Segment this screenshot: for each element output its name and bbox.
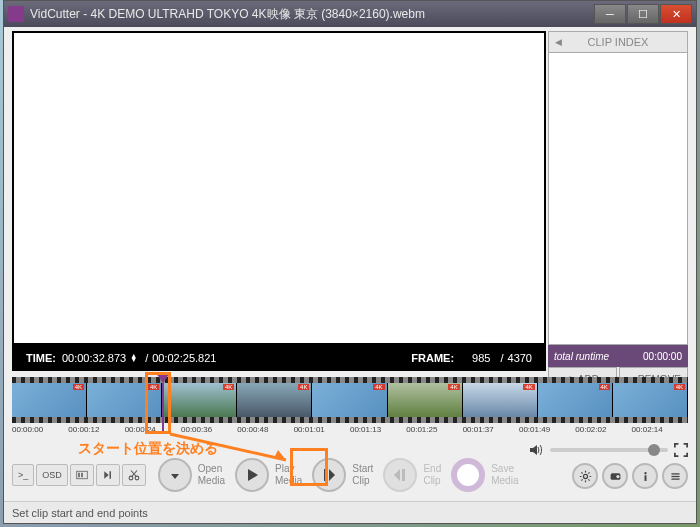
save-media-button[interactable] bbox=[451, 458, 485, 492]
window-title: VidCutter - 4K DEMO ULTRAHD TOKYO 4K映像 東… bbox=[30, 6, 593, 23]
console-button[interactable]: >_ bbox=[12, 464, 34, 486]
svg-point-8 bbox=[583, 474, 587, 478]
osd-button[interactable]: OSD bbox=[36, 464, 68, 486]
tick: 00:00:24 bbox=[125, 425, 181, 434]
cut-button[interactable] bbox=[122, 464, 146, 486]
end-clip-button[interactable] bbox=[383, 458, 417, 492]
save-media-label: Save Media bbox=[491, 463, 518, 487]
tick: 00:01:01 bbox=[294, 425, 350, 434]
keyframes-button[interactable] bbox=[70, 464, 94, 486]
tick: 00:02:02 bbox=[575, 425, 631, 434]
open-media-label: Open Media bbox=[198, 463, 225, 487]
timeline-thumb bbox=[87, 383, 162, 417]
time-ticks: 00:00:00 00:00:12 00:00:24 00:00:36 00:0… bbox=[12, 423, 688, 434]
about-button[interactable] bbox=[632, 463, 658, 489]
frame-label: FRAME: bbox=[411, 352, 454, 364]
svg-rect-6 bbox=[324, 469, 327, 481]
time-label: TIME: bbox=[26, 352, 56, 364]
clip-index-header: ◀ CLIP INDEX bbox=[548, 31, 688, 53]
close-button[interactable]: ✕ bbox=[660, 4, 692, 24]
timeline-thumb bbox=[613, 383, 688, 417]
app-window: VidCutter - 4K DEMO ULTRAHD TOKYO 4K映像 東… bbox=[3, 0, 697, 524]
playhead[interactable] bbox=[156, 373, 170, 383]
skip-button[interactable] bbox=[96, 464, 120, 486]
collapse-icon[interactable]: ◀ bbox=[555, 37, 562, 47]
timeline-thumb bbox=[463, 383, 538, 417]
svg-rect-1 bbox=[78, 473, 80, 478]
time-separator: / bbox=[145, 352, 148, 364]
svg-rect-15 bbox=[671, 478, 679, 479]
svg-rect-13 bbox=[671, 473, 679, 474]
tick: 00:01:13 bbox=[350, 425, 406, 434]
end-clip-label: End Clip bbox=[423, 463, 441, 487]
status-bar: Set clip start and end points bbox=[4, 501, 696, 523]
runtime-value: 00:00:00 bbox=[643, 351, 682, 362]
runtime-bar: total runtime 00:00:00 bbox=[548, 345, 688, 367]
title-bar[interactable]: VidCutter - 4K DEMO ULTRAHD TOKYO 4K映像 東… bbox=[4, 1, 696, 27]
svg-rect-2 bbox=[81, 473, 83, 478]
tick: 00:00:12 bbox=[68, 425, 124, 434]
svg-rect-3 bbox=[109, 471, 111, 479]
media-info-button[interactable] bbox=[602, 463, 628, 489]
playback-info-bar: TIME: 00:00:32.873 ▲▼ / 00:02:25.821 FRA… bbox=[12, 345, 546, 371]
time-stepper[interactable]: ▲▼ bbox=[130, 354, 137, 362]
video-player: TIME: 00:00:32.873 ▲▼ / 00:02:25.821 FRA… bbox=[12, 31, 546, 371]
start-clip-button[interactable] bbox=[312, 458, 346, 492]
video-canvas[interactable] bbox=[14, 33, 544, 343]
minimize-button[interactable]: ─ bbox=[594, 4, 626, 24]
current-time: 00:00:32.873 bbox=[62, 352, 126, 364]
tick: 00:00:48 bbox=[237, 425, 293, 434]
tick: 00:00:00 bbox=[12, 425, 68, 434]
clip-index-title: CLIP INDEX bbox=[588, 36, 649, 48]
volume-icon[interactable] bbox=[528, 442, 544, 458]
clip-index-panel: ◀ CLIP INDEX total runtime 00:00:00 +ADD… bbox=[548, 31, 688, 391]
runtime-label: total runtime bbox=[554, 351, 609, 362]
timeline-thumb bbox=[12, 383, 87, 417]
play-media-label: Play Media bbox=[275, 463, 302, 487]
timeline-thumb bbox=[237, 383, 312, 417]
fullscreen-icon[interactable] bbox=[674, 443, 688, 457]
right-controls bbox=[528, 437, 688, 497]
timeline-thumb bbox=[312, 383, 387, 417]
timeline-thumb bbox=[538, 383, 613, 417]
svg-rect-14 bbox=[671, 475, 679, 476]
open-media-button[interactable] bbox=[158, 458, 192, 492]
timeline-thumb bbox=[162, 383, 237, 417]
timeline[interactable]: 00:00:00 00:00:12 00:00:24 00:00:36 00:0… bbox=[12, 377, 688, 435]
duration: 00:02:25.821 bbox=[152, 352, 216, 364]
maximize-button[interactable]: ☐ bbox=[627, 4, 659, 24]
tick: 00:01:49 bbox=[519, 425, 575, 434]
current-frame: 985 bbox=[472, 352, 490, 364]
svg-point-11 bbox=[644, 472, 646, 474]
status-text: Set clip start and end points bbox=[12, 507, 148, 519]
tick: 00:01:25 bbox=[406, 425, 462, 434]
app-icon bbox=[8, 6, 24, 22]
svg-point-4 bbox=[129, 476, 133, 480]
tick: 00:00:36 bbox=[181, 425, 237, 434]
svg-point-10 bbox=[616, 474, 619, 477]
start-clip-label: Start Clip bbox=[352, 463, 373, 487]
timeline-thumb bbox=[388, 383, 463, 417]
menu-button[interactable] bbox=[662, 463, 688, 489]
volume-slider[interactable] bbox=[550, 448, 668, 452]
play-media-button[interactable] bbox=[235, 458, 269, 492]
settings-button[interactable] bbox=[572, 463, 598, 489]
film-strip[interactable] bbox=[12, 377, 688, 423]
svg-point-5 bbox=[135, 476, 139, 480]
svg-rect-7 bbox=[402, 469, 405, 481]
svg-rect-12 bbox=[644, 475, 646, 481]
total-frames: 4370 bbox=[508, 352, 532, 364]
clip-list[interactable] bbox=[548, 53, 688, 345]
tick: 00:01:37 bbox=[463, 425, 519, 434]
tick: 00:02:14 bbox=[632, 425, 688, 434]
frame-separator: / bbox=[500, 352, 503, 364]
volume-thumb[interactable] bbox=[648, 444, 660, 456]
